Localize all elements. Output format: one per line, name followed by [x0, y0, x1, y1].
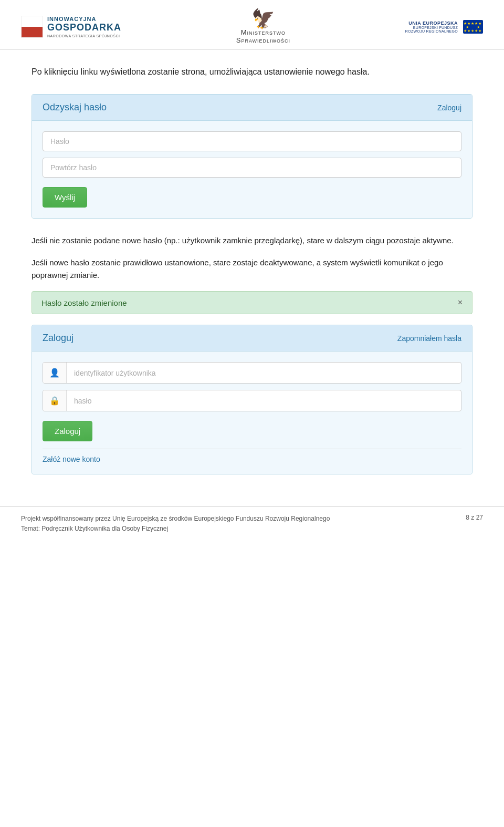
recover-form-card: Odzyskaj hasło Zaloguj Wyślij — [32, 94, 472, 219]
login-form-card: Zaloguj Zapomniałem hasła 👤 🔒 Zaloguj Za… — [32, 325, 472, 474]
password-field — [43, 131, 461, 151]
ue-line2: EUROPEJSKI FUNDUSZ — [405, 26, 458, 29]
ue-line3: ROZWOJU REGIONALNEGO — [405, 29, 458, 33]
left-logos: INNOWACYJNA GOSPODARKA NARODOWA STRATEGI… — [21, 16, 121, 38]
alert-close-button[interactable]: × — [458, 298, 463, 307]
ig-flag-icon — [21, 16, 43, 38]
repeat-password-input[interactable] — [43, 158, 461, 178]
login-password-input[interactable] — [67, 391, 461, 410]
login-card-header: Zaloguj Zapomniałem hasła — [32, 325, 472, 352]
alert-message: Hasło zostało zmienione — [41, 298, 127, 307]
ig-sub-label: NARODOWA STRATEGIA SPÓJNOŚCI — [47, 34, 121, 38]
intro-paragraph: Po kliknięciu linku wyświetlona zostanie… — [32, 66, 472, 78]
ue-line1: UNIA EUROPEJSKA — [405, 20, 458, 26]
main-content: Po kliknięciu linku wyświetlona zostanie… — [0, 50, 504, 485]
ig-innowacyjna-label: INNOWACYJNA — [47, 16, 121, 22]
repeat-password-field — [43, 158, 461, 178]
login-divider — [43, 449, 461, 449]
paragraph1: Jeśli nie zostanie podane nowe hasło (np… — [32, 234, 472, 247]
page-number: 8 z 27 — [466, 514, 483, 521]
login-submit-button[interactable]: Zaloguj — [43, 421, 92, 441]
footer-line1: Projekt współfinansowany przez Unię Euro… — [21, 514, 483, 524]
lock-icon: 🔒 — [43, 390, 67, 411]
login-form-title: Zaloguj — [43, 333, 74, 344]
page-footer: 8 z 27 Projekt współfinansowany przez Un… — [0, 506, 504, 541]
register-link[interactable]: Załóż nowe konto — [43, 455, 100, 463]
alert-box: Hasło zostało zmienione × — [32, 291, 472, 314]
ministerstwo-line1: Ministerstwo — [241, 28, 286, 36]
login-password-field: 🔒 — [43, 390, 461, 411]
right-logos: UNIA EUROPEJSKA EUROPEJSKI FUNDUSZ ROZWO… — [405, 20, 483, 34]
eagle-icon: 🦅 — [251, 9, 275, 28]
login-card-body: 👤 🔒 Zaloguj Załóż nowe konto — [32, 352, 472, 474]
footer-line2: Temat: Podręcznik Użytkownika dla Osoby … — [21, 524, 483, 534]
paragraph2: Jeśli nowe hasło zostanie prawidłowo ust… — [32, 256, 472, 282]
recover-form-login-link[interactable]: Zaloguj — [437, 104, 461, 112]
forgot-password-link[interactable]: Zapomniałem hasła — [397, 334, 461, 343]
ue-logos-group: UNIA EUROPEJSKA EUROPEJSKI FUNDUSZ ROZWO… — [405, 20, 483, 34]
ig-gospodarka-label: GOSPODARKA — [47, 22, 121, 33]
ig-text-block: INNOWACYJNA GOSPODARKA NARODOWA STRATEGI… — [47, 16, 121, 38]
recover-form-title: Odzyskaj hasło — [43, 102, 107, 113]
password-input[interactable] — [43, 131, 461, 151]
center-logo: 🦅 Ministerstwo Sprawiedliwości — [236, 9, 290, 44]
ministerstwo-line2: Sprawiedliwości — [236, 36, 290, 44]
ue-text-block: UNIA EUROPEJSKA EUROPEJSKI FUNDUSZ ROZWO… — [405, 20, 458, 33]
user-icon: 👤 — [43, 363, 67, 383]
page-header: INNOWACYJNA GOSPODARKA NARODOWA STRATEGI… — [0, 0, 504, 50]
username-input[interactable] — [67, 364, 461, 383]
recover-form-body: Wyślij — [32, 121, 472, 218]
recover-submit-button[interactable]: Wyślij — [43, 187, 87, 208]
eu-flag-icon: ★★★★★★ ★★★★★★ — [463, 20, 483, 34]
eu-stars: ★★★★★★ ★★★★★★ — [464, 22, 482, 33]
recover-form-header: Odzyskaj hasło Zaloguj — [32, 95, 472, 121]
username-field: 👤 — [43, 362, 461, 384]
